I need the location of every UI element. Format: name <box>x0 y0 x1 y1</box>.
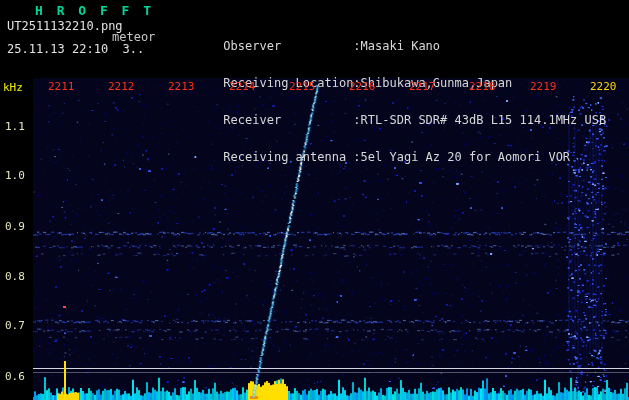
time-tick-label: 2213 <box>168 81 195 92</box>
datetime-label: 25.11.13 22:10 3.. <box>7 43 144 55</box>
time-tick-label: 2220 <box>590 81 617 92</box>
time-tick-label: 2217 <box>409 81 436 92</box>
info-row-antenna: Receiving antenna:5el Yagi Az 20 for Aom… <box>180 139 606 152</box>
freq-tick-label: 0.6 <box>5 371 25 382</box>
info-label: Receiver <box>223 114 353 126</box>
freq-unit-label: kHz <box>3 82 23 93</box>
time-tick-label: 2219 <box>530 81 557 92</box>
info-row-location: Receiving Location:Shibukawa,Gunma,Japan <box>180 65 606 78</box>
freq-tick-label: 0.7 <box>5 320 25 331</box>
info-label: Receiving antenna <box>223 151 353 163</box>
freq-tick-label: 1.0 <box>5 170 25 181</box>
freq-tick-label: 0.9 <box>5 221 25 232</box>
freq-tick-label: 1.1 <box>5 121 25 132</box>
time-tick-label: 2212 <box>108 81 135 92</box>
info-value: :5el Yagi Az 20 for Aomori VOR <box>353 150 570 164</box>
freq-tick-label: 0.8 <box>5 271 25 282</box>
time-tick-label: 2216 <box>349 81 376 92</box>
info-row-observer: Observer:Masaki Kano <box>180 28 606 41</box>
filename-label: UT2511132210.png <box>7 20 123 32</box>
hrofft-screen: H R O F F T UT2511132210.png meteor 25.1… <box>0 0 629 400</box>
app-title: H R O F F T <box>35 4 154 17</box>
time-tick-label: 2215 <box>289 81 316 92</box>
info-label: Observer <box>223 40 353 52</box>
info-value: :RTL-SDR SDR# 43dB L15 114.1MHz USB <box>353 113 606 127</box>
time-tick-label: 2211 <box>48 81 75 92</box>
time-tick-label: 2214 <box>229 81 256 92</box>
info-row-receiver: Receiver:RTL-SDR SDR# 43dB L15 114.1MHz … <box>180 102 606 115</box>
info-value: :Masaki Kano <box>353 39 440 53</box>
time-tick-label: 2218 <box>469 81 496 92</box>
